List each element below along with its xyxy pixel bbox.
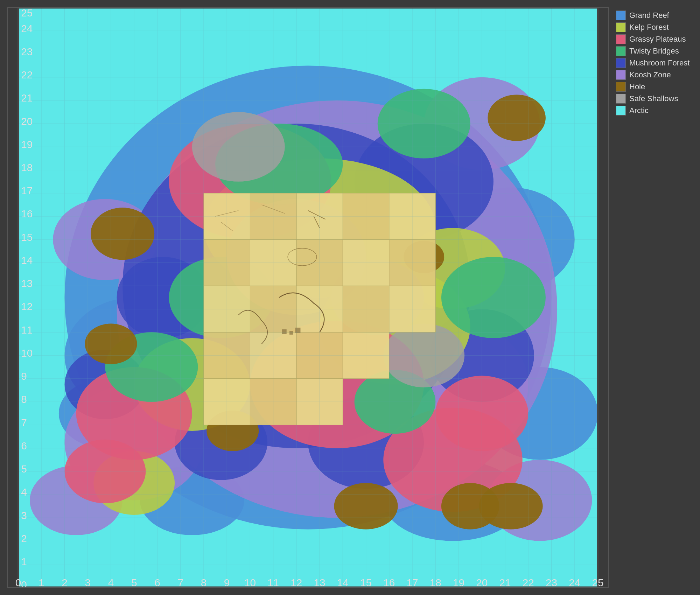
svg-text:23: 23 [21,46,33,57]
legend-label-twisty-bridges: Twisty Bridges [629,47,679,56]
legend-swatch-twisty-bridges [616,46,626,56]
svg-text:4: 4 [21,486,27,498]
legend-item-koosh-zone: Koosh Zone [616,70,693,80]
legend-label-grand-reef: Grand Reef [629,11,669,20]
legend-swatch-mushroom-forest [616,58,626,68]
svg-text:3: 3 [21,510,27,521]
legend-swatch-koosh-zone [616,70,626,80]
svg-text:0: 0 [21,579,27,587]
svg-text:15: 15 [360,577,372,587]
svg-text:17: 17 [21,185,33,196]
svg-text:1: 1 [38,577,44,587]
svg-text:14: 14 [21,254,33,266]
legend-item-safe-shallows: Safe Shallows [616,94,693,104]
svg-text:8: 8 [21,393,27,405]
legend-swatch-grassy-plateaus [616,34,626,44]
legend-item-twisty-bridges: Twisty Bridges [616,46,693,56]
svg-text:21: 21 [21,92,33,104]
svg-text:5: 5 [131,577,137,587]
svg-text:18: 18 [430,577,441,587]
map-svg: 0 1 2 3 4 5 6 7 8 9 10 11 12 13 14 15 16… [8,8,608,587]
svg-text:6: 6 [154,577,160,587]
legend-label-hole: Hole [629,82,645,91]
svg-text:21: 21 [499,577,511,587]
svg-text:11: 11 [21,324,33,336]
svg-text:24: 24 [569,577,580,587]
svg-text:22: 22 [21,69,33,80]
svg-text:25: 25 [592,577,603,587]
legend-label-arctic: Arctic [629,106,649,115]
svg-text:14: 14 [337,577,349,587]
svg-text:13: 13 [21,278,33,289]
legend-label-koosh-zone: Koosh Zone [629,70,671,79]
svg-text:18: 18 [21,162,33,173]
svg-text:0: 0 [15,577,21,587]
svg-text:11: 11 [267,577,279,587]
svg-rect-79 [282,329,286,334]
legend-area: Grand Reef Kelp Forest Grassy Plateaus T… [616,7,693,588]
svg-text:5: 5 [21,463,27,475]
svg-text:24: 24 [21,23,33,34]
svg-rect-81 [295,328,301,333]
legend-label-mushroom-forest: Mushroom Forest [629,58,690,68]
svg-text:16: 16 [21,208,33,219]
legend-label-grassy-plateaus: Grassy Plateaus [629,35,686,44]
svg-text:9: 9 [21,370,27,382]
svg-text:4: 4 [108,577,114,587]
svg-text:22: 22 [523,577,534,587]
svg-text:23: 23 [546,577,557,587]
legend-swatch-kelp-forest [616,22,626,32]
svg-text:17: 17 [407,577,418,587]
map-area[interactable]: 0 1 2 3 4 5 6 7 8 9 10 11 12 13 14 15 16… [7,7,609,588]
svg-point-48 [479,483,543,529]
svg-text:12: 12 [290,577,302,587]
svg-rect-80 [289,331,293,335]
legend-swatch-safe-shallows [616,94,626,104]
svg-text:8: 8 [201,577,207,587]
svg-point-43 [91,208,154,260]
svg-text:19: 19 [453,577,464,587]
legend-item-grassy-plateaus: Grassy Plateaus [616,34,693,44]
legend-item-mushroom-forest: Mushroom Forest [616,58,693,68]
legend-item-grand-reef: Grand Reef [616,10,693,20]
svg-text:1: 1 [21,556,27,567]
svg-text:20: 20 [21,115,33,127]
svg-text:20: 20 [476,577,488,587]
svg-text:10: 10 [244,577,256,587]
svg-text:9: 9 [224,577,230,587]
svg-text:15: 15 [21,231,33,243]
legend-label-kelp-forest: Kelp Forest [629,23,669,32]
legend-item-kelp-forest: Kelp Forest [616,22,693,32]
svg-text:2: 2 [21,533,27,544]
legend-swatch-grand-reef [616,10,626,20]
svg-point-36 [441,257,546,338]
svg-point-45 [488,94,546,141]
legend-swatch-arctic [616,106,626,115]
svg-text:25: 25 [21,8,33,19]
legend-label-safe-shallows: Safe Shallows [629,94,678,103]
svg-text:7: 7 [177,577,183,587]
svg-text:6: 6 [21,440,27,451]
svg-text:7: 7 [21,417,27,428]
legend-item-arctic: Arctic [616,106,693,115]
main-container: 0 1 2 3 4 5 6 7 8 9 10 11 12 13 14 15 16… [0,0,700,595]
svg-text:13: 13 [314,577,326,587]
svg-text:3: 3 [85,577,91,587]
svg-text:10: 10 [21,347,33,359]
legend-item-hole: Hole [616,82,693,92]
legend-swatch-hole [616,82,626,92]
svg-text:19: 19 [21,139,33,150]
svg-text:16: 16 [383,577,395,587]
svg-text:12: 12 [21,301,33,312]
svg-text:2: 2 [62,577,68,587]
